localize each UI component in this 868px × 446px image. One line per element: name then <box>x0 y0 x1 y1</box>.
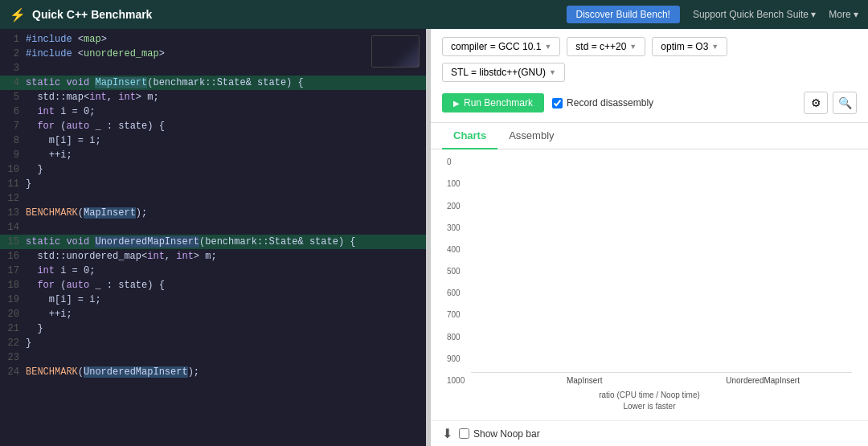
code-text: for (auto _ : state) { <box>26 119 426 133</box>
line-number: 23 <box>0 350 26 365</box>
code-line: 12 <box>0 191 426 206</box>
code-text: int i = 0; <box>26 104 426 119</box>
line-number: 13 <box>0 206 26 220</box>
code-line: 11 } <box>0 177 426 191</box>
code-text: BENCHMARK(MapInsert); <box>26 206 426 220</box>
code-line: 24 BENCHMARK(UnorderedMapInsert); <box>0 365 426 379</box>
code-line: 4 static void MapInsert(benchmark::State… <box>0 76 426 90</box>
line-number: 1 <box>0 32 26 47</box>
code-text: } <box>26 162 426 177</box>
line-number: 15 <box>0 235 26 249</box>
line-number: 11 <box>0 177 26 191</box>
optim-dropdown[interactable]: optim = O3 <box>652 37 727 56</box>
line-number: 17 <box>0 264 26 278</box>
line-number: 2 <box>0 47 26 61</box>
line-number: 18 <box>0 278 26 293</box>
code-line: 1 #include <map> <box>0 32 426 47</box>
thumbnail-inner <box>372 36 419 67</box>
record-disassembly-checkbox[interactable] <box>552 98 563 108</box>
chart-caption: ratio (CPU time / Noop time) Lower is fa… <box>447 390 852 412</box>
bars-area <box>471 372 852 373</box>
chart-container: 1000 900 800 700 600 500 400 300 200 100… <box>447 158 852 385</box>
code-text <box>26 61 426 76</box>
header-left: ⚡ Quick C++ Benchmark <box>10 7 152 23</box>
toolbar-right: ⚙ 🔍 <box>804 92 857 114</box>
tab-assembly[interactable]: Assembly <box>497 123 565 149</box>
logo-icon: ⚡ <box>10 7 26 23</box>
x-labels: MapInsert UnorderedMapInsert <box>471 376 852 385</box>
line-number: 8 <box>0 133 26 148</box>
line-number: 21 <box>0 321 26 336</box>
code-text: for (auto _ : state) { <box>26 278 426 293</box>
x-labels-inner: MapInsert UnorderedMapInsert <box>495 376 852 385</box>
search-icon: 🔍 <box>838 96 852 109</box>
record-disassembly-text: Record disassembly <box>567 97 653 108</box>
run-benchmark-button[interactable]: Run Benchmark <box>442 93 544 113</box>
support-link[interactable]: Support Quick Bench Suite ▾ <box>693 9 816 20</box>
code-line: 2 #include <unordered_map> <box>0 47 426 61</box>
line-number: 7 <box>0 119 26 133</box>
code-text: m[i] = i; <box>26 293 426 307</box>
line-number: 3 <box>0 61 26 76</box>
line-number: 22 <box>0 336 26 350</box>
y-label: 0 <box>447 158 465 166</box>
x-label-mapinsert: MapInsert <box>495 376 674 385</box>
code-text: int i = 0; <box>26 264 426 278</box>
header-right: Discover Build Bench! Support Quick Benc… <box>567 6 859 23</box>
record-disassembly-label[interactable]: Record disassembly <box>552 97 653 108</box>
thumbnail-preview <box>371 35 420 68</box>
y-label: 700 <box>447 310 465 319</box>
code-text: #include <map> <box>26 32 426 47</box>
line-number: 19 <box>0 293 26 307</box>
y-label: 800 <box>447 333 465 342</box>
code-text: static void MapInsert(benchmark::State& … <box>26 76 426 90</box>
code-line: 21 } <box>0 321 426 336</box>
y-label: 400 <box>447 245 465 254</box>
code-text: m[i] = i; <box>26 133 426 148</box>
code-text: ++i; <box>26 148 426 162</box>
chart-inner: MapInsert UnorderedMapInsert <box>471 372 852 385</box>
code-line: 23 <box>0 350 426 365</box>
download-icon[interactable]: ⬇ <box>442 426 452 441</box>
code-line: 13 BENCHMARK(MapInsert); <box>0 206 426 220</box>
code-line: 6 int i = 0; <box>0 104 426 119</box>
settings-button[interactable]: ⚙ <box>804 92 828 114</box>
code-text: } <box>26 336 426 350</box>
discover-button[interactable]: Discover Build Bench! <box>567 6 680 23</box>
caption-line2: Lower is faster <box>447 401 852 412</box>
right-panel: compiler = GCC 10.1 std = c++20 optim = … <box>431 29 868 446</box>
more-link[interactable]: More ▾ <box>829 9 858 20</box>
line-number: 9 <box>0 148 26 162</box>
code-line: 5 std::map<int, int> m; <box>0 90 426 104</box>
code-line: 8 m[i] = i; <box>0 133 426 148</box>
stl-dropdown[interactable]: STL = libstdc++(GNU) <box>442 63 565 82</box>
compiler-dropdown[interactable]: compiler = GCC 10.1 <box>442 37 560 56</box>
tab-charts[interactable]: Charts <box>442 123 497 149</box>
noop-bar-checkbox[interactable] <box>459 428 469 439</box>
code-line: 18 for (auto _ : state) { <box>0 278 426 293</box>
settings-icon: ⚙ <box>811 96 821 109</box>
std-dropdown[interactable]: std = c++20 <box>567 37 645 56</box>
code-text: std::map<int, int> m; <box>26 90 426 104</box>
y-label: 600 <box>447 288 465 297</box>
line-number: 14 <box>0 220 26 235</box>
code-line: 14 <box>0 220 426 235</box>
line-number: 4 <box>0 76 26 90</box>
noop-bar-label[interactable]: Show Noop bar <box>459 428 540 440</box>
y-label: 300 <box>447 223 465 232</box>
code-line: 19 m[i] = i; <box>0 293 426 307</box>
x-label-unordered: UnorderedMapInsert <box>674 376 852 385</box>
code-line: 10 } <box>0 162 426 177</box>
code-line: 3 <box>0 61 426 76</box>
code-text: } <box>26 177 426 191</box>
search-button[interactable]: 🔍 <box>833 92 857 114</box>
line-number: 6 <box>0 104 26 119</box>
line-number: 20 <box>0 307 26 321</box>
code-line: 15 static void UnorderedMapInsert(benchm… <box>0 235 426 249</box>
code-panel: 1 #include <map> 2 #include <unordered_m… <box>0 29 426 446</box>
y-label: 1000 <box>447 376 465 385</box>
y-label: 500 <box>447 267 465 276</box>
code-text: std::unordered_map<int, int> m; <box>26 249 426 264</box>
code-text: #include <unordered_map> <box>26 47 426 61</box>
app-title: Quick C++ Benchmark <box>32 8 152 21</box>
